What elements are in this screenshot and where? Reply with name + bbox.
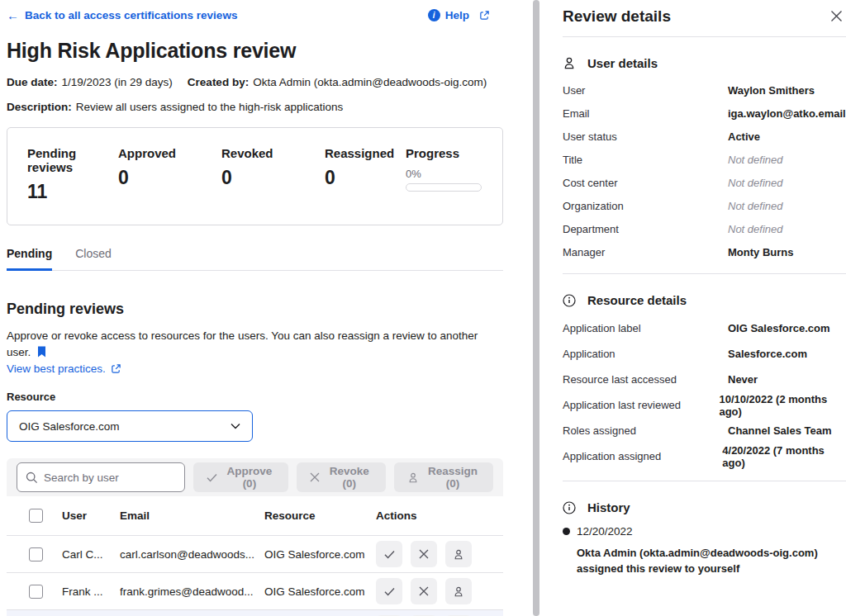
created-by: Created by:Okta Admin (okta.admin@deadwo… — [188, 76, 487, 88]
table-row-selected[interactable]: Waylo... iga.waylon@atko.email OIG Sales… — [7, 610, 503, 616]
help-label: Help — [445, 9, 469, 21]
row-checkbox[interactable] — [29, 547, 43, 562]
divider — [563, 481, 846, 481]
detail-field: Application assigned4/20/2022 (7 months … — [563, 443, 846, 469]
x-icon — [419, 549, 429, 559]
cell-email: carl.carlson@deadwoods... — [120, 548, 264, 561]
cell-user: Carl C... — [62, 548, 120, 561]
info-circle-outline-icon — [563, 501, 576, 514]
detail-field: Application labelOIG Salesforce.com — [563, 315, 846, 341]
cell-resource: OIG Salesforce.com — [264, 548, 376, 561]
person-outline-icon — [563, 56, 576, 70]
stat-progress: Progress 0% — [406, 146, 482, 203]
reassign-row-button[interactable] — [445, 541, 472, 567]
column-header-email: Email — [120, 509, 264, 522]
review-description: Description:Review all users assigned to… — [7, 101, 503, 113]
cell-email: frank.grimes@deadwood... — [120, 585, 264, 598]
check-icon — [384, 550, 395, 559]
revoke-row-button[interactable] — [411, 578, 437, 604]
progress-bar — [406, 183, 482, 192]
detail-field: TitleNot defined — [563, 148, 846, 171]
approve-row-button[interactable] — [376, 578, 402, 604]
select-all-checkbox[interactable] — [29, 509, 43, 523]
stats-card: Pending reviews 11 Approved 0 Revoked 0 … — [7, 127, 503, 225]
close-icon — [830, 10, 843, 22]
external-link-icon — [111, 363, 121, 374]
search-box[interactable] — [17, 462, 185, 492]
detail-field: User statusActive — [563, 125, 846, 148]
arrow-left-icon: ← — [7, 8, 19, 22]
detail-field: OrganizationNot defined — [563, 194, 846, 217]
best-practices-link[interactable]: View best practices. — [7, 362, 121, 375]
check-icon — [384, 587, 395, 596]
approve-row-button[interactable] — [376, 541, 402, 567]
table-header-row: User Email Resource Actions — [7, 496, 503, 536]
resource-select-value: OIG Salesforce.com — [19, 420, 120, 433]
resource-label: Resource — [7, 391, 503, 403]
table-row[interactable]: Carl C... carl.carlson@deadwoods... OIG … — [7, 536, 503, 573]
pending-reviews-heading: Pending reviews — [7, 301, 503, 318]
divider — [563, 36, 846, 37]
detail-field: ManagerMonty Burns — [563, 240, 846, 263]
due-date: Due date:1/19/2023 (in 29 days) — [7, 76, 173, 88]
top-bar: ← Back to all access certifications revi… — [7, 0, 503, 22]
detail-field: ApplicationSalesforce.com — [563, 341, 846, 367]
revoke-bulk-button[interactable]: Revoke (0) — [297, 462, 386, 492]
stat-pending-reviews: Pending reviews 11 — [27, 146, 118, 203]
help-link[interactable]: i Help — [428, 9, 490, 21]
back-link[interactable]: ← Back to all access certifications revi… — [7, 8, 237, 22]
cell-resource: OIG Salesforce.com — [264, 585, 376, 598]
tab-closed[interactable]: Closed — [75, 247, 112, 270]
close-panel-button[interactable] — [827, 7, 846, 26]
detail-field: DepartmentNot defined — [563, 217, 846, 240]
tab-bar: Pending Closed — [7, 247, 503, 271]
tab-pending[interactable]: Pending — [7, 247, 52, 271]
column-header-user: User — [62, 509, 120, 522]
divider — [563, 273, 846, 274]
panel-title: Review details — [563, 7, 671, 26]
search-icon — [26, 471, 38, 484]
table-toolbar: Approve (0) Revoke (0) Reassign (0) — [7, 458, 503, 496]
row-checkbox[interactable] — [29, 585, 43, 599]
panel-header: Review details — [563, 0, 846, 26]
approve-bulk-button[interactable]: Approve (0) — [193, 462, 288, 492]
info-circle-icon: i — [428, 9, 440, 21]
main-content: ← Back to all access certifications revi… — [0, 0, 533, 616]
resource-select[interactable]: OIG Salesforce.com — [7, 410, 253, 442]
search-input[interactable] — [44, 471, 176, 484]
info-circle-outline-icon — [563, 294, 576, 307]
detail-field: Application last reviewed10/10/2022 (2 m… — [563, 392, 846, 418]
page-title: High Risk Applications review — [7, 39, 503, 63]
stat-approved: Approved 0 — [118, 146, 221, 203]
check-icon — [207, 473, 217, 482]
scrollbar-thumb[interactable] — [533, 0, 539, 616]
x-icon — [310, 472, 320, 482]
bookmark-icon[interactable] — [37, 346, 46, 358]
x-icon — [419, 586, 429, 596]
review-meta: Due date:1/19/2023 (in 29 days) Created … — [7, 76, 503, 88]
resource-details-heading: Resource details — [563, 293, 846, 307]
history-heading: History — [563, 500, 846, 514]
detail-field: Resource last accessedNever — [563, 367, 846, 392]
detail-field: Cost centerNot defined — [563, 171, 846, 194]
user-details-heading: User details — [563, 56, 846, 70]
user-details-fields: UserWaylon Smithers Emailiga.waylon@atko… — [563, 78, 846, 263]
reassign-bulk-button[interactable]: Reassign (0) — [394, 462, 493, 492]
reassign-row-button[interactable] — [445, 578, 472, 604]
revoke-row-button[interactable] — [411, 541, 437, 567]
table-row[interactable]: Frank ... frank.grimes@deadwood... OIG S… — [7, 573, 503, 610]
detail-field: Roles assignedChannel Sales Team — [563, 418, 846, 443]
stat-reassigned: Reassigned 0 — [325, 146, 406, 203]
cell-user: Frank ... — [62, 585, 120, 598]
chevron-down-icon — [231, 423, 240, 429]
person-icon — [453, 548, 464, 561]
column-header-actions: Actions — [376, 509, 503, 522]
column-header-resource: Resource — [264, 509, 376, 522]
vertical-scrollbar[interactable] — [533, 0, 539, 616]
detail-field: Emailiga.waylon@atko.email — [563, 102, 846, 125]
detail-field: UserWaylon Smithers — [563, 78, 846, 102]
external-link-icon — [479, 10, 490, 21]
history-event-date: 12/20/2022 — [577, 525, 633, 538]
reviews-table: Approve (0) Revoke (0) Reassign (0) User… — [7, 458, 503, 616]
app-window: ← Back to all access certifications revi… — [0, 0, 846, 616]
